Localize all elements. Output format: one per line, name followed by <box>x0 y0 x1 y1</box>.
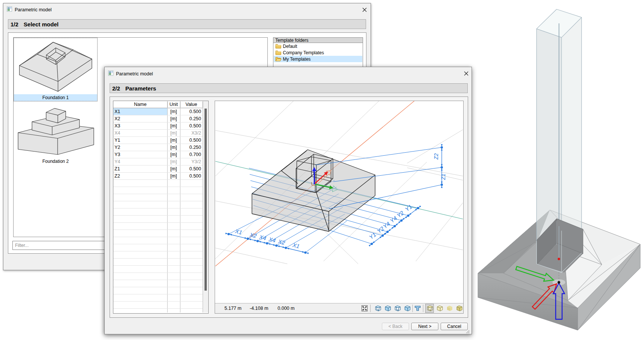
svg-text:Y2: Y2 <box>395 209 405 219</box>
svg-text:X2: X2 <box>249 231 257 239</box>
svg-text:X4: X4 <box>258 234 267 242</box>
svg-text:X4: X4 <box>268 236 276 244</box>
svg-text:X1: X1 <box>291 242 300 250</box>
svg-text:Z2: Z2 <box>433 153 439 160</box>
svg-text:Y1: Y1 <box>404 203 413 213</box>
svg-text:X1: X1 <box>234 228 243 236</box>
svg-text:Y4: Y4 <box>389 215 398 224</box>
svg-text:X2: X2 <box>277 238 286 246</box>
svg-text:Z1: Z1 <box>440 174 446 180</box>
